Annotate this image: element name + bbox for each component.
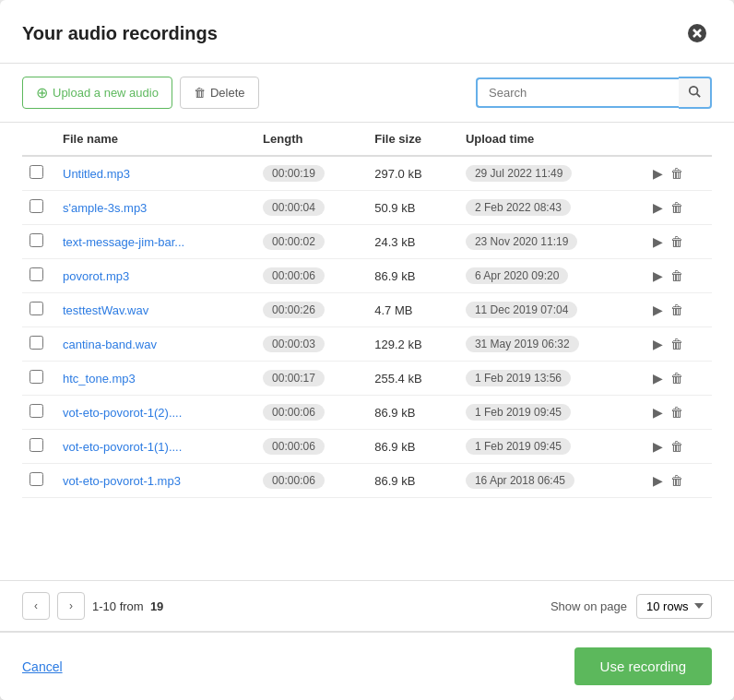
delete-row-button[interactable]: 🗑 (670, 337, 683, 351)
prev-icon: ‹ (34, 599, 38, 612)
row-actions: ▶ 🗑 (645, 259, 712, 293)
length-badge: 00:00:02 (263, 233, 325, 250)
toolbar: ⊕ Upload a new audio 🗑 Delete (0, 64, 734, 123)
row-checkbox[interactable] (30, 472, 43, 486)
row-uploadtime: 2 Feb 2022 08:43 (458, 191, 645, 225)
play-button[interactable]: ▶ (653, 473, 663, 488)
time-badge: 16 Apr 2018 06:45 (466, 472, 574, 489)
delete-row-button[interactable]: 🗑 (670, 371, 683, 386)
play-button[interactable]: ▶ (653, 268, 663, 283)
filename-link[interactable]: s'ample-3s.mp3 (63, 201, 147, 215)
modal-footer: Cancel Use recording (0, 631, 734, 700)
delete-row-button[interactable]: 🗑 (670, 473, 683, 488)
search-button[interactable] (679, 77, 712, 109)
delete-row-button[interactable]: 🗑 (670, 303, 683, 317)
time-badge: 1 Feb 2019 13:56 (466, 370, 571, 386)
play-button[interactable]: ▶ (653, 200, 663, 215)
play-button[interactable]: ▶ (653, 337, 663, 351)
row-uploadtime: 6 Apr 2020 09:20 (458, 259, 645, 293)
row-length: 00:00:02 (255, 225, 367, 259)
row-filename: text-message-jim-bar... (55, 225, 255, 259)
row-uploadtime: 16 Apr 2018 06:45 (458, 464, 645, 498)
delete-row-button[interactable]: 🗑 (670, 200, 683, 215)
modal-header: Your audio recordings (0, 0, 734, 64)
play-button[interactable]: ▶ (653, 371, 663, 386)
length-badge: 00:00:06 (263, 472, 325, 489)
row-filename: Untitled.mp3 (55, 156, 255, 191)
table-row: Untitled.mp3 00:00:19 297.0 kB 29 Jul 20… (22, 156, 712, 191)
search-input[interactable] (476, 77, 679, 108)
length-badge: 00:00:26 (263, 302, 325, 318)
col-length: Length (255, 123, 367, 156)
filename-link[interactable]: vot-eto-povorot-1(2).... (63, 406, 182, 420)
use-recording-button[interactable]: Use recording (574, 647, 712, 685)
row-length: 00:00:19 (255, 156, 367, 191)
delete-label: Delete (210, 86, 245, 100)
rows-per-page-select[interactable]: 10 rows20 rows50 rows (636, 594, 712, 619)
filename-link[interactable]: testtestWav.wav (63, 303, 148, 317)
row-checkbox[interactable] (30, 438, 43, 452)
upload-button[interactable]: ⊕ Upload a new audio (22, 77, 172, 109)
row-actions: ▶ 🗑 (645, 396, 712, 430)
play-button[interactable]: ▶ (653, 234, 663, 249)
row-checkbox[interactable] (30, 233, 43, 247)
play-button[interactable]: ▶ (653, 405, 663, 420)
table-row: text-message-jim-bar... 00:00:02 24.3 kB… (22, 225, 712, 259)
row-checkbox[interactable] (30, 336, 43, 350)
row-checkbox-cell (22, 327, 55, 362)
row-checkbox[interactable] (30, 370, 43, 384)
row-filename: testtestWav.wav (55, 293, 255, 327)
delete-row-button[interactable]: 🗑 (670, 268, 683, 283)
filename-link[interactable]: Untitled.mp3 (63, 167, 130, 181)
filename-link[interactable]: htc_tone.mp3 (63, 372, 136, 386)
row-actions: ▶ 🗑 (645, 464, 712, 498)
play-button[interactable]: ▶ (653, 166, 663, 181)
svg-point-3 (690, 87, 698, 95)
row-checkbox[interactable] (30, 165, 43, 179)
page-range: 1-10 from (92, 599, 144, 613)
play-button[interactable]: ▶ (653, 303, 663, 317)
delete-row-button[interactable]: 🗑 (670, 439, 683, 454)
row-length: 00:00:06 (255, 396, 367, 430)
row-uploadtime: 1 Feb 2019 09:45 (458, 430, 645, 464)
filename-link[interactable]: povorot.mp3 (63, 269, 129, 283)
row-actions: ▶ 🗑 (645, 327, 712, 362)
time-badge: 11 Dec 2019 07:04 (466, 302, 577, 318)
row-length: 00:00:06 (255, 259, 367, 293)
row-filesize: 129.2 kB (367, 327, 458, 362)
col-filesize: File size (367, 123, 458, 156)
filename-link[interactable]: cantina-band.wav (63, 338, 157, 351)
prev-page-button[interactable]: ‹ (22, 592, 50, 620)
row-uploadtime: 29 Jul 2022 11:49 (458, 156, 645, 191)
length-badge: 00:00:06 (263, 267, 325, 284)
row-filesize: 4.7 MB (367, 293, 458, 327)
row-checkbox-cell (22, 362, 55, 396)
row-length: 00:00:03 (255, 327, 367, 362)
delete-button[interactable]: 🗑 Delete (180, 77, 259, 109)
col-uploadtime: Upload time (458, 123, 645, 156)
row-checkbox[interactable] (30, 404, 43, 418)
row-uploadtime: 1 Feb 2019 09:45 (458, 396, 645, 430)
delete-row-button[interactable]: 🗑 (670, 405, 683, 420)
play-button[interactable]: ▶ (653, 439, 663, 454)
col-actions (645, 123, 712, 156)
length-badge: 00:00:06 (263, 438, 325, 455)
row-checkbox[interactable] (30, 199, 43, 213)
row-uploadtime: 31 May 2019 06:32 (458, 327, 645, 362)
col-filename: File name (55, 123, 255, 156)
row-filesize: 86.9 kB (367, 259, 458, 293)
row-checkbox[interactable] (30, 302, 43, 315)
length-badge: 00:00:17 (263, 370, 325, 386)
row-filename: s'ample-3s.mp3 (55, 191, 255, 225)
delete-row-button[interactable]: 🗑 (670, 166, 683, 181)
row-checkbox[interactable] (30, 267, 43, 281)
filename-link[interactable]: vot-eto-povorot-1(1).... (63, 440, 182, 454)
next-page-button[interactable]: › (57, 592, 85, 620)
time-badge: 1 Feb 2019 09:45 (466, 438, 571, 455)
delete-row-button[interactable]: 🗑 (670, 234, 683, 249)
next-icon: › (69, 599, 73, 612)
filename-link[interactable]: text-message-jim-bar... (63, 235, 184, 249)
filename-link[interactable]: vot-eto-povorot-1.mp3 (63, 474, 181, 488)
cancel-button[interactable]: Cancel (22, 659, 63, 674)
close-button[interactable] (682, 18, 712, 48)
